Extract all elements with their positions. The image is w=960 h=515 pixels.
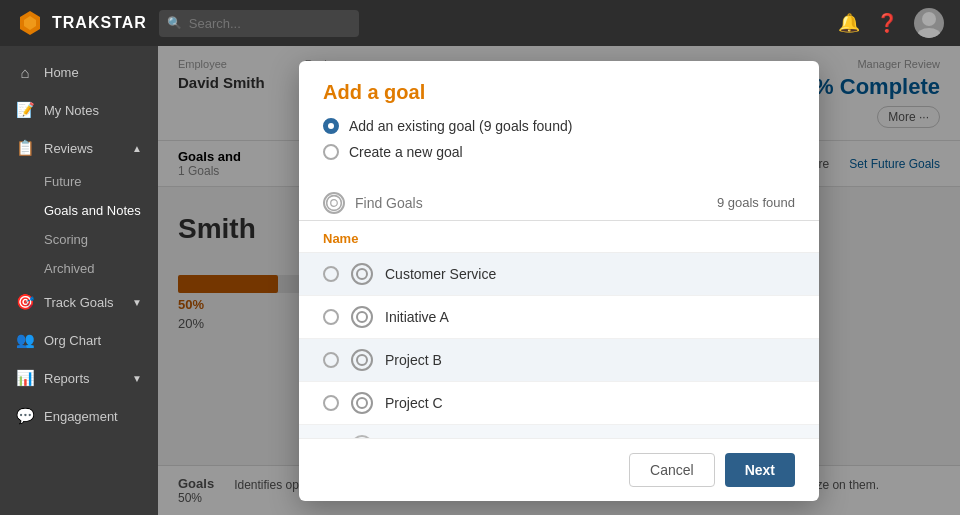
- radio-group: Add an existing goal (9 goals found) Cre…: [323, 118, 795, 160]
- avatar[interactable]: [914, 8, 944, 38]
- radio-existing-circle: [323, 118, 339, 134]
- goal-radio-4: [323, 395, 339, 411]
- sidebar-reports-label: Reports: [44, 371, 90, 386]
- goal-row-5[interactable]: Project D: [299, 425, 819, 438]
- find-goals-icon: [323, 192, 345, 214]
- goals-list: Name Customer Service Initiative A: [299, 221, 819, 438]
- svg-point-3: [917, 28, 941, 38]
- svg-point-2: [922, 12, 936, 26]
- reviews-icon: 📋: [16, 139, 34, 157]
- goal-icon-4: [351, 392, 373, 414]
- app-logo: TRAKSTAR: [16, 9, 147, 37]
- logo-icon: [16, 9, 44, 37]
- sidebar-item-scoring[interactable]: Scoring: [44, 225, 158, 254]
- radio-existing-label: Add an existing goal (9 goals found): [349, 118, 572, 134]
- sidebar-item-home[interactable]: ⌂ Home: [0, 54, 158, 91]
- sidebar-item-reports[interactable]: 📊 Reports ▼: [0, 359, 158, 397]
- goal-radio-2: [323, 309, 339, 325]
- search-input[interactable]: [159, 10, 359, 37]
- goal-row-3[interactable]: Project B: [299, 339, 819, 382]
- goals-list-header: Name: [299, 221, 819, 253]
- sidebar-item-reviews[interactable]: 📋 Reviews ▲: [0, 129, 158, 167]
- help-icon[interactable]: ❓: [876, 12, 898, 34]
- goal-row-1[interactable]: Customer Service: [299, 253, 819, 296]
- modal-header: Add a goal Add an existing goal (9 goals…: [299, 61, 819, 186]
- sidebar-engagement-label: Engagement: [44, 409, 118, 424]
- sidebar-scoring-label: Scoring: [44, 232, 88, 247]
- sidebar-item-org-chart[interactable]: 👥 Org Chart: [0, 321, 158, 359]
- sidebar-home-label: Home: [44, 65, 79, 80]
- sidebar-item-my-notes[interactable]: 📝 My Notes: [0, 91, 158, 129]
- sidebar-goals-notes-label: Goals and Notes: [44, 203, 141, 218]
- goal-name-3: Project B: [385, 352, 442, 368]
- name-column-header: Name: [323, 231, 358, 246]
- sidebar-track-goals-label: Track Goals: [44, 295, 114, 310]
- cancel-button[interactable]: Cancel: [629, 453, 715, 487]
- goal-icon-1: [351, 263, 373, 285]
- next-button[interactable]: Next: [725, 453, 795, 487]
- radio-new[interactable]: Create a new goal: [323, 144, 795, 160]
- reports-chevron: ▼: [132, 373, 142, 384]
- goal-row-2[interactable]: Initiative A: [299, 296, 819, 339]
- sidebar-reviews-label: Reviews: [44, 141, 93, 156]
- sidebar: ⌂ Home 📝 My Notes 📋 Reviews ▲ Future Goa…: [0, 46, 158, 515]
- reviews-chevron: ▲: [132, 143, 142, 154]
- top-nav: TRAKSTAR 🔍 🔔 ❓: [0, 0, 960, 46]
- sidebar-item-track-goals[interactable]: 🎯 Track Goals ▼: [0, 283, 158, 321]
- org-chart-icon: 👥: [16, 331, 34, 349]
- modal-title: Add a goal: [323, 81, 795, 104]
- goal-name-1: Customer Service: [385, 266, 496, 282]
- home-icon: ⌂: [16, 64, 34, 81]
- sidebar-item-engagement[interactable]: 💬 Engagement: [0, 397, 158, 435]
- topnav-right: 🔔 ❓: [838, 8, 944, 38]
- goal-icon-5: [351, 435, 373, 438]
- track-goals-chevron: ▼: [132, 297, 142, 308]
- goal-radio-3: [323, 352, 339, 368]
- modal-search-bar: 9 goals found: [299, 186, 819, 221]
- goal-icon-2: [351, 306, 373, 328]
- goal-radio-1: [323, 266, 339, 282]
- engagement-icon: 💬: [16, 407, 34, 425]
- main-content: Employee David Smith Review Annual Revie…: [158, 46, 960, 515]
- radio-new-label: Create a new goal: [349, 144, 463, 160]
- reports-icon: 📊: [16, 369, 34, 387]
- sidebar-future-label: Future: [44, 174, 82, 189]
- bell-icon[interactable]: 🔔: [838, 12, 860, 34]
- notes-icon: 📝: [16, 101, 34, 119]
- app-name: TRAKSTAR: [52, 14, 147, 32]
- svg-point-5: [331, 199, 338, 206]
- sidebar-item-future[interactable]: Future: [44, 167, 158, 196]
- goal-name-4: Project C: [385, 395, 443, 411]
- goal-name-2: Initiative A: [385, 309, 449, 325]
- sidebar-item-goals-and-notes[interactable]: Goals and Notes: [44, 196, 158, 225]
- sidebar-notes-label: My Notes: [44, 103, 99, 118]
- goals-found-label: 9 goals found: [717, 195, 795, 210]
- main-layout: ⌂ Home 📝 My Notes 📋 Reviews ▲ Future Goa…: [0, 46, 960, 515]
- sidebar-reviews-sub: Future Goals and Notes Scoring Archived: [0, 167, 158, 283]
- radio-new-circle: [323, 144, 339, 160]
- sidebar-item-archived[interactable]: Archived: [44, 254, 158, 283]
- sidebar-archived-label: Archived: [44, 261, 95, 276]
- radio-existing[interactable]: Add an existing goal (9 goals found): [323, 118, 795, 134]
- add-goal-modal: Add a goal Add an existing goal (9 goals…: [299, 61, 819, 501]
- search-wrapper: 🔍: [159, 10, 359, 37]
- track-goals-icon: 🎯: [16, 293, 34, 311]
- sidebar-org-chart-label: Org Chart: [44, 333, 101, 348]
- goal-row-4[interactable]: Project C: [299, 382, 819, 425]
- goal-icon-3: [351, 349, 373, 371]
- find-goals-input[interactable]: [355, 195, 707, 211]
- search-icon: 🔍: [167, 16, 182, 30]
- modal-footer: Cancel Next: [299, 438, 819, 501]
- modal-overlay: Add a goal Add an existing goal (9 goals…: [158, 46, 960, 515]
- svg-point-4: [327, 195, 342, 210]
